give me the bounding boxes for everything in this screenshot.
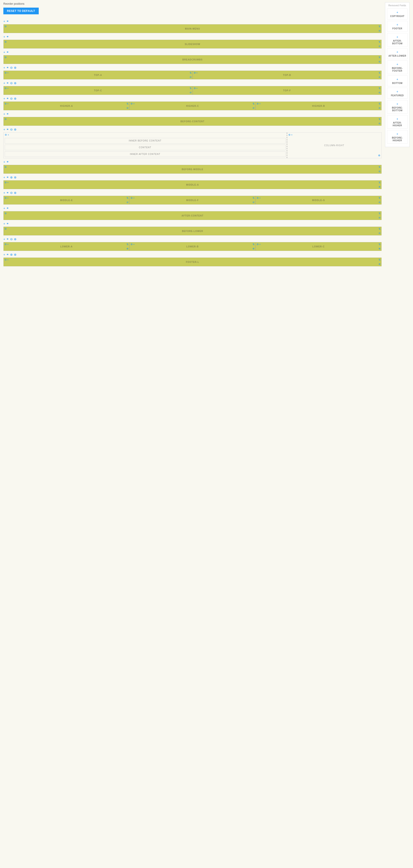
add-icon[interactable]: + — [259, 243, 260, 246]
gear-icon[interactable]: ⚙ — [4, 102, 7, 105]
add-icon[interactable]: + — [196, 87, 198, 90]
reset-to-default-button[interactable]: RESET TO DEFAULT — [3, 8, 39, 14]
resize-icon[interactable]: ⊕ — [14, 176, 17, 179]
remove-icon[interactable]: ⊕ — [379, 185, 381, 188]
sidebar-item-before-bottom[interactable]: + BEFORE-BOTTOM — [387, 100, 408, 114]
sidebar-item-featured[interactable]: + FEATURED — [387, 88, 408, 99]
move-icon[interactable]: ⇅ — [379, 197, 381, 199]
add-icon[interactable]: + — [7, 102, 8, 105]
sidebar-item-before-higher[interactable]: + BEFORE-HIGHER — [387, 130, 408, 144]
add-icon[interactable]: + — [133, 102, 134, 105]
link-icon[interactable]: ⚭ — [6, 176, 9, 179]
move-icon[interactable]: ⇅ — [253, 197, 255, 199]
link-icon[interactable]: ⚭ — [6, 253, 9, 256]
sidebar-item-after-lower[interactable]: + AFTER-LOWER — [387, 48, 408, 59]
add-icon[interactable]: + — [7, 197, 8, 199]
add-icon[interactable]: + — [3, 50, 5, 54]
move-icon[interactable]: ⇅ — [253, 102, 255, 105]
resize-icon[interactable]: ⊕ — [14, 81, 17, 85]
gear-icon[interactable]: ⚙ — [4, 228, 7, 230]
move-icon[interactable]: ⇅ — [126, 243, 128, 246]
remove-icon[interactable]: ⊖ — [253, 201, 255, 204]
minus-circle-icon[interactable]: ⊖ — [10, 66, 13, 69]
remove-icon[interactable]: ⊕ — [126, 247, 128, 250]
remove-icon[interactable]: ⊖ — [126, 201, 128, 204]
move-icon[interactable]: ⇅ — [126, 102, 128, 105]
gear-icon[interactable]: ⚙ — [4, 197, 7, 199]
gear-icon[interactable]: ⚙ — [194, 87, 196, 90]
link-icon[interactable]: ⚭ — [6, 237, 9, 241]
remove-icon[interactable]: ⊕ — [379, 262, 381, 265]
add-icon[interactable]: + — [3, 160, 5, 164]
add-icon[interactable]: + — [3, 128, 5, 131]
move-icon[interactable]: ⇅ — [253, 243, 255, 246]
add-circle-icon[interactable]: ⊕ — [10, 176, 13, 179]
add-icon[interactable]: + — [7, 87, 8, 90]
add-icon[interactable]: + — [3, 176, 5, 179]
remove-icon[interactable]: ⊕ — [378, 154, 380, 157]
add-icon[interactable]: + — [133, 197, 134, 199]
minus-circle-icon[interactable]: ⊖ — [10, 237, 13, 241]
gear-icon[interactable]: ⚙ — [288, 134, 291, 136]
remove-icon[interactable]: ⊕ — [379, 247, 381, 250]
gear-icon[interactable]: ⚙ — [4, 181, 7, 184]
resize-icon[interactable]: ⊕ — [14, 66, 17, 69]
sidebar-item-before-footer[interactable]: + BEFORE-FOOTER — [387, 60, 408, 74]
move-icon[interactable]: ⇅ — [126, 197, 128, 199]
gear-icon[interactable]: ⚙ — [257, 102, 259, 105]
sidebar-item-bottom[interactable]: + BOTTOM — [387, 75, 408, 86]
move-icon[interactable]: ⇅ — [379, 166, 381, 168]
move-icon[interactable]: ⇅ — [379, 25, 381, 28]
move-icon[interactable]: ⇅ — [379, 72, 381, 74]
move-icon[interactable]: ⇅ — [379, 258, 381, 261]
move-icon[interactable]: ⇅ — [379, 228, 381, 230]
add-icon[interactable]: + — [3, 20, 5, 23]
add-icon[interactable]: + — [291, 134, 292, 136]
gear-icon[interactable]: ⚙ — [4, 212, 7, 215]
minus-circle-icon[interactable]: ⊖ — [10, 97, 13, 100]
move-icon[interactable]: ⇅ — [379, 243, 381, 246]
remove-icon[interactable]: ⊖ — [379, 122, 381, 125]
sidebar-item-after-bottom[interactable]: + AFTER-BOTTOM — [387, 33, 408, 47]
link-icon[interactable]: ⚭ — [6, 35, 9, 38]
add-icon[interactable]: + — [7, 243, 8, 246]
add-circle-icon[interactable]: ⊕ — [10, 253, 13, 256]
link-icon[interactable]: ⚭ — [6, 222, 9, 225]
link-icon[interactable]: ⚭ — [6, 128, 9, 131]
gear-icon[interactable]: ⚙ — [194, 72, 196, 74]
remove-icon[interactable]: ⊖ — [379, 76, 381, 79]
link-icon[interactable]: ⚭ — [6, 112, 9, 116]
add-icon[interactable]: + — [7, 181, 8, 184]
add-icon[interactable]: + — [3, 207, 5, 210]
gear-icon[interactable]: ⚙ — [4, 118, 7, 120]
link-icon[interactable]: ⚭ — [6, 160, 9, 164]
remove-icon[interactable]: ⊖ — [253, 106, 255, 109]
remove-icon[interactable]: ⊖ — [379, 232, 381, 235]
remove-icon[interactable]: ⊖ — [379, 29, 381, 32]
minus-circle-icon[interactable]: ⊖ — [10, 81, 13, 85]
add-icon[interactable]: + — [3, 237, 5, 241]
gear-icon[interactable]: ⚙ — [130, 243, 133, 246]
add-icon[interactable]: + — [8, 134, 9, 136]
gear-icon[interactable]: ⚙ — [4, 72, 7, 74]
link-icon[interactable]: ⚭ — [6, 207, 9, 210]
gear-icon[interactable]: ⚙ — [257, 197, 259, 199]
remove-icon[interactable]: ⊖ — [379, 45, 381, 48]
gear-icon[interactable]: ⚙ — [130, 197, 133, 199]
add-icon[interactable]: + — [133, 243, 134, 246]
resize-icon[interactable]: ⊕ — [14, 128, 17, 131]
link-icon[interactable]: ⚭ — [6, 191, 9, 194]
link-icon[interactable]: ⚭ — [6, 81, 9, 85]
add-icon[interactable]: + — [7, 72, 8, 74]
gear-icon[interactable]: ⚙ — [130, 102, 133, 105]
add-icon[interactable]: + — [259, 197, 260, 199]
link-icon[interactable]: ⚭ — [6, 66, 9, 69]
move-icon[interactable]: ⇅ — [379, 56, 381, 59]
move-icon[interactable]: ⇅ — [379, 212, 381, 215]
gear-icon[interactable]: ⚙ — [4, 166, 7, 168]
gear-icon[interactable]: ⚙ — [4, 56, 7, 59]
remove-icon[interactable]: ⊖ — [379, 91, 381, 94]
remove-icon[interactable]: ⊕ — [253, 247, 255, 250]
remove-icon[interactable]: ⊖ — [190, 91, 192, 94]
gear-icon[interactable]: ⚙ — [4, 41, 7, 43]
